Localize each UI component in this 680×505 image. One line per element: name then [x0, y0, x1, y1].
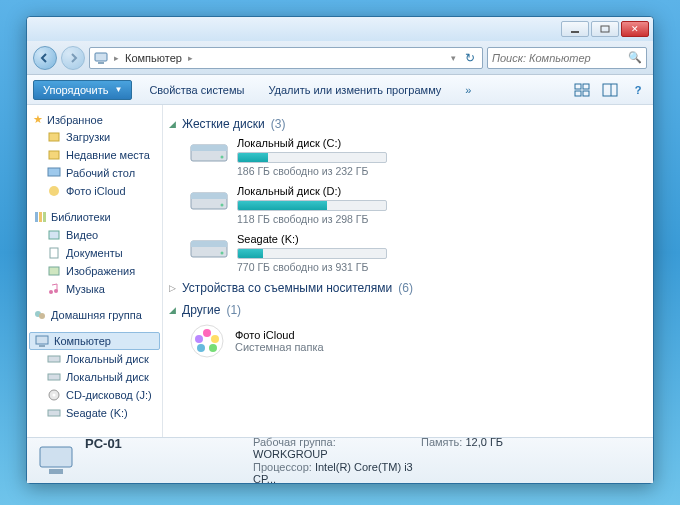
star-icon: ★ [33, 113, 43, 126]
desktop-icon [47, 166, 61, 180]
system-properties-button[interactable]: Свойства системы [142, 81, 251, 99]
breadcrumb-computer[interactable]: Компьютер [125, 52, 182, 64]
sidebar-item-desktop[interactable]: Рабочий стол [29, 164, 160, 182]
other-item-icloud[interactable]: Фото iCloud Системная папка [169, 323, 643, 359]
svg-rect-1 [95, 53, 107, 61]
address-bar[interactable]: ▸ Компьютер ▸ ▾ ↻ [89, 47, 483, 69]
recent-icon [47, 148, 61, 162]
sidebar-item-icloud-photos[interactable]: Фото iCloud [29, 182, 160, 200]
svg-rect-37 [191, 241, 227, 247]
hdd-large-icon [189, 185, 229, 215]
capacity-bar [237, 152, 387, 163]
organize-button[interactable]: Упорядочить▼ [33, 80, 132, 100]
other-item-subtitle: Системная папка [235, 341, 324, 353]
svg-rect-34 [191, 193, 227, 199]
help-button[interactable]: ? [629, 81, 647, 99]
svg-point-32 [221, 156, 224, 159]
favorites-header[interactable]: ★ Избранное [29, 111, 160, 128]
window-body: ★ Избранное Загрузки Недавние места Рабо… [27, 105, 653, 437]
svg-point-38 [221, 252, 224, 255]
homegroup-icon [33, 308, 47, 322]
refresh-button[interactable]: ↻ [462, 51, 478, 65]
drive-item[interactable]: Локальный диск (C:)186 ГБ свободно из 23… [189, 137, 419, 177]
sidebar-item-local-disk-c[interactable]: Локальный диск [29, 350, 160, 368]
svg-rect-17 [50, 248, 58, 258]
maximize-button[interactable] [591, 21, 619, 37]
forward-button[interactable] [61, 46, 85, 70]
nav-bar: ▸ Компьютер ▸ ▾ ↻ 🔍 [27, 41, 653, 75]
sidebar-item-pictures[interactable]: Изображения [29, 262, 160, 280]
hdd-large-icon [189, 233, 229, 263]
category-other[interactable]: ◢ Другие (1) [169, 303, 643, 317]
svg-rect-11 [48, 168, 60, 176]
drive-free-text: 118 ГБ свободно из 298 ГБ [237, 213, 419, 225]
sidebar-item-local-disk-d[interactable]: Локальный диск [29, 368, 160, 386]
svg-rect-45 [40, 447, 72, 467]
homegroup-header[interactable]: Домашняя группа [29, 306, 160, 324]
svg-rect-16 [49, 231, 59, 239]
icloud-icon [47, 184, 61, 198]
close-button[interactable]: ✕ [621, 21, 649, 37]
hdd-icon [47, 370, 61, 384]
capacity-bar [237, 248, 387, 259]
view-mode-button[interactable] [573, 81, 591, 99]
search-box[interactable]: 🔍 [487, 47, 647, 69]
documents-icon [47, 246, 61, 260]
toolbar-overflow-button[interactable]: » [458, 81, 478, 99]
svg-rect-13 [35, 212, 38, 222]
sidebar-item-videos[interactable]: Видео [29, 226, 160, 244]
computer-large-icon [37, 443, 75, 479]
sidebar-item-seagate[interactable]: Seagate (K:) [29, 404, 160, 422]
svg-point-20 [54, 289, 58, 293]
tiles-icon [574, 83, 590, 97]
navigation-pane: ★ Избранное Загрузки Недавние места Рабо… [27, 105, 163, 437]
drive-free-text: 186 ГБ свободно из 232 ГБ [237, 165, 419, 177]
chevron-right-icon: ▸ [186, 53, 195, 63]
cd-icon [47, 388, 61, 402]
drive-name: Seagate (K:) [237, 233, 419, 245]
toolbar: Упорядочить▼ Свойства системы Удалить ил… [27, 75, 653, 105]
svg-point-43 [197, 344, 205, 352]
pc-name: PC-01 [85, 436, 245, 460]
sidebar-item-cd-drive[interactable]: CD-дисковод (J:) [29, 386, 160, 404]
explorer-window: ✕ ▸ Компьютер ▸ ▾ ↻ 🔍 Упорядочить▼ Сво [26, 16, 654, 484]
category-hard-drives[interactable]: ◢ Жесткие диски (3) [169, 117, 643, 131]
memory-label: Память: [421, 436, 462, 448]
chevron-down-icon[interactable]: ▾ [449, 53, 458, 63]
computer-icon [94, 51, 108, 65]
svg-rect-46 [49, 469, 63, 474]
back-button[interactable] [33, 46, 57, 70]
svg-rect-0 [601, 26, 609, 32]
uninstall-program-button[interactable]: Удалить или изменить программу [261, 81, 448, 99]
pictures-icon [47, 264, 61, 278]
svg-rect-31 [191, 145, 227, 151]
libraries-header[interactable]: Библиотеки [29, 208, 160, 226]
svg-rect-3 [575, 84, 581, 89]
minimize-button[interactable] [561, 21, 589, 37]
svg-rect-23 [36, 336, 48, 344]
svg-rect-2 [98, 62, 104, 64]
svg-rect-24 [39, 345, 45, 347]
svg-rect-29 [48, 410, 60, 416]
sidebar-item-downloads[interactable]: Загрузки [29, 128, 160, 146]
drive-item[interactable]: Локальный диск (D:)118 ГБ свободно из 29… [189, 185, 419, 225]
svg-rect-15 [43, 212, 46, 222]
workgroup-value: WORKGROUP [253, 448, 328, 460]
svg-rect-10 [49, 151, 59, 159]
chevron-right-icon: ▸ [112, 53, 121, 63]
sidebar-item-computer[interactable]: Компьютер [29, 332, 160, 350]
search-input[interactable] [492, 52, 628, 64]
svg-rect-25 [48, 356, 60, 362]
category-removable[interactable]: ▷ Устройства со съемными носителями (6) [169, 281, 643, 295]
hdd-icon [47, 352, 61, 366]
sidebar-item-music[interactable]: Музыка [29, 280, 160, 298]
hard-drives-list: Локальный диск (C:)186 ГБ свободно из 23… [169, 137, 643, 273]
workgroup-label: Рабочая группа: [253, 436, 336, 448]
svg-rect-14 [39, 212, 42, 222]
sidebar-item-recent[interactable]: Недавние места [29, 146, 160, 164]
drive-item[interactable]: Seagate (K:)770 ГБ свободно из 931 ГБ [189, 233, 419, 273]
sidebar-item-documents[interactable]: Документы [29, 244, 160, 262]
icloud-photos-icon [189, 323, 225, 359]
preview-pane-button[interactable] [601, 81, 619, 99]
pane-icon [602, 83, 618, 97]
